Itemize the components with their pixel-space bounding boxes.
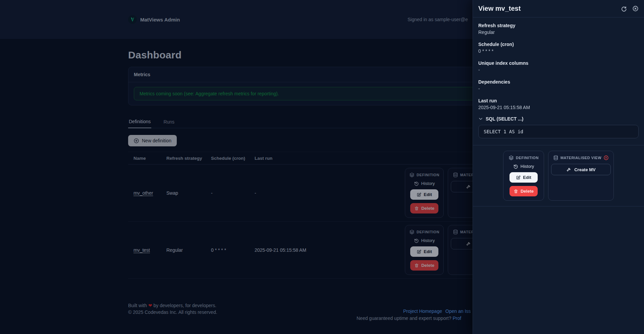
close-drawer-button[interactable] — [632, 5, 639, 12]
trash-icon — [514, 189, 518, 194]
layers-icon — [508, 155, 514, 160]
field-schedule-cron: Schedule (cron) 0 * * * * — [478, 41, 639, 54]
history-button[interactable]: History — [513, 164, 534, 169]
drawer-divider — [473, 206, 644, 206]
field-unique-index-columns: Unique index columns - — [478, 60, 639, 73]
hammer-icon — [566, 167, 571, 172]
materialised-card-title: MATERIALISED VIEW — [560, 156, 601, 160]
field-refresh-strategy: Refresh strategy Regular — [478, 22, 639, 36]
edit-button[interactable]: Edit — [509, 172, 538, 183]
definition-actions-card: DEFINITION History Edit Delete — [503, 151, 544, 201]
sql-section-toggle[interactable]: SQL (SELECT ...) — [478, 116, 524, 122]
field-last-run: Last run 2025-09-21 05:15:58 AM — [478, 97, 639, 111]
view-definition-drawer: View mv_test Refresh strategy Regular Sc… — [473, 0, 644, 334]
sql-code-block: SELECT 1 AS id — [478, 125, 639, 138]
field-dependencies: Dependencies - — [478, 79, 639, 92]
drawer-title: View mv_test — [478, 5, 521, 12]
chevron-down-icon — [478, 116, 483, 121]
x-circle-status-icon — [603, 155, 609, 160]
close-icon — [632, 5, 639, 12]
refresh-button[interactable] — [621, 5, 627, 12]
pencil-square-icon — [516, 175, 521, 180]
history-icon — [513, 164, 518, 169]
refresh-icon — [621, 5, 627, 12]
database-icon — [553, 155, 558, 160]
materialised-view-actions-card: MATERIALISED VIEW Create MV — [548, 151, 614, 201]
definition-card-title: DEFINITION — [516, 156, 539, 160]
delete-button[interactable]: Delete — [509, 186, 538, 196]
create-mv-button[interactable]: Create MV — [551, 164, 611, 175]
